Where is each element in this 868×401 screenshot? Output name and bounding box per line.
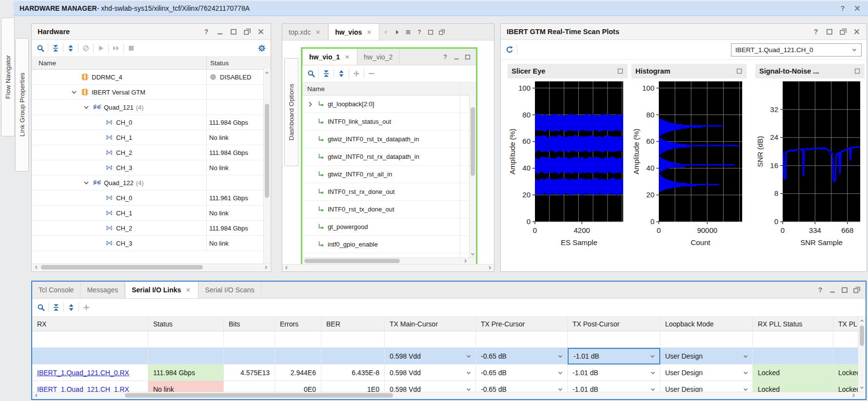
- cell-tx-pre-cursor[interactable]: [476, 331, 568, 348]
- scroll-right-icon[interactable]: [487, 265, 493, 271]
- vio-row-intf0-rst-tx-done-out[interactable]: INTF0_rst_tx_done_out: [302, 201, 476, 218]
- scroll-right-icon[interactable]: [850, 392, 857, 399]
- vio-row-intf0-link-status-out[interactable]: INTF0_link_status_out: [302, 113, 476, 131]
- maximize-small-icon[interactable]: [854, 68, 861, 75]
- links-row-data-2[interactable]: IBERT_1.Quad_121.CH_0.RX111.984 Gbps4.57…: [32, 364, 858, 381]
- column-header-errors[interactable]: Errors: [275, 317, 321, 331]
- chevron-down-icon[interactable]: [70, 88, 78, 96]
- close-icon[interactable]: [344, 54, 351, 60]
- scroll-down-icon[interactable]: [470, 251, 476, 257]
- column-header-ber[interactable]: BER: [321, 317, 385, 331]
- links-row-data-3[interactable]: IBERT_1.Quad_121.CH_1.RXNo link0E01E00.5…: [32, 381, 858, 392]
- chevron-down-icon[interactable]: [465, 369, 473, 377]
- cell-rx[interactable]: [32, 348, 148, 364]
- tree-row-ibert-versal-gtm[interactable]: IBERT Versal GTM: [32, 85, 271, 100]
- tree-row-ch-0[interactable]: CH_0111.961 Gbps: [32, 191, 271, 206]
- tree-row-ch-1[interactable]: CH_1No link: [32, 130, 271, 145]
- vio-hscroll-thumb[interactable]: [304, 259, 400, 263]
- tab-messages[interactable]: Messages: [80, 282, 125, 298]
- menu-icon[interactable]: [405, 29, 412, 36]
- cell-tx-pre-cursor[interactable]: -0.65 dB: [476, 348, 568, 364]
- chevron-down-icon[interactable]: [465, 352, 473, 360]
- search-icon[interactable]: [37, 304, 45, 311]
- chevron-down-icon[interactable]: [82, 179, 90, 187]
- tree-row-ch-2[interactable]: CH_2111.984 Gbps: [32, 221, 271, 236]
- channel-selector[interactable]: IBERT_1.Quad_121.CH_0: [731, 43, 862, 57]
- tree-row-ch-2[interactable]: CH_2111.984 Gbps: [32, 145, 271, 160]
- cell-rx[interactable]: IBERT_1.Quad_121.CH_1.RX: [32, 381, 148, 392]
- tab-top-xdc[interactable]: top.xdc: [282, 24, 328, 40]
- rx-link[interactable]: IBERT_1.Quad_121.CH_1.RX: [37, 385, 129, 392]
- expand-all-icon[interactable]: [337, 70, 345, 77]
- chevron-down-icon[interactable]: [742, 369, 750, 377]
- dashboard-options-tab[interactable]: Dashboard Options: [284, 58, 298, 166]
- vio-row-intf0-gpio-enable[interactable]: intf0_gpio_enable: [302, 236, 476, 253]
- close-icon[interactable]: [366, 29, 373, 36]
- column-header-bits[interactable]: Bits: [224, 317, 275, 331]
- links-row-filter-0[interactable]: [32, 331, 858, 348]
- cell-rx[interactable]: [32, 331, 148, 348]
- cell-loopback-mode[interactable]: User Design: [660, 348, 753, 364]
- links-vscrollbar[interactable]: [858, 317, 866, 392]
- chevron-down-icon[interactable]: [82, 103, 90, 111]
- links-vscroll-thumb[interactable]: [860, 325, 864, 346]
- maximize-small-icon[interactable]: [617, 68, 624, 75]
- tab-hw-vio-2[interactable]: hw_vio_2: [357, 49, 399, 65]
- tree-row-ch-3[interactable]: CH_3No link: [32, 236, 271, 251]
- sidebar-tab-flow-navigator[interactable]: Flow Navigator: [1, 18, 15, 136]
- help-icon[interactable]: ?: [416, 29, 423, 36]
- column-header-tx-main-cursor[interactable]: TX Main-Cursor: [385, 317, 476, 331]
- tree-row-ch-0[interactable]: CH_0111.984 Gbps: [32, 115, 271, 130]
- help-icon[interactable]: ?: [442, 54, 449, 60]
- minimize-icon[interactable]: [453, 54, 460, 60]
- cell-tx-post-cursor[interactable]: [568, 331, 660, 348]
- scroll-up-icon[interactable]: [859, 318, 865, 324]
- tree-row-ch-1[interactable]: CH_1No link: [32, 206, 271, 221]
- editor-hscrollbar[interactable]: [282, 264, 494, 271]
- collapse-all-icon[interactable]: [322, 70, 330, 77]
- help-icon[interactable]: ?: [816, 286, 824, 294]
- tree-row-quad-121[interactable]: Quad_121(4): [32, 100, 271, 115]
- refresh-icon[interactable]: [506, 46, 513, 54]
- scroll-left-icon[interactable]: [33, 264, 39, 270]
- help-icon[interactable]: ?: [812, 28, 820, 36]
- maximize-icon[interactable]: [841, 286, 848, 294]
- links-hscroll-thumb[interactable]: [125, 393, 393, 398]
- hardware-vscrollbar[interactable]: [263, 69, 270, 264]
- sidebar-tab-link-group-properties[interactable]: Link Group Properties: [15, 38, 29, 172]
- next-icon[interactable]: [394, 29, 400, 36]
- vio-vscrollbar[interactable]: [469, 94, 476, 258]
- run-all-icon[interactable]: [112, 44, 120, 52]
- expand-all-icon[interactable]: [67, 44, 75, 52]
- cell-loopback-mode[interactable]: [660, 331, 753, 348]
- auto-connect-icon[interactable]: [82, 44, 90, 52]
- cell-tx-pre-cursor[interactable]: -0.65 dB: [476, 381, 568, 392]
- close-icon[interactable]: [257, 28, 265, 36]
- scroll-right-icon[interactable]: [263, 264, 269, 270]
- column-header-rx-pll-status[interactable]: RX PLL Status: [753, 317, 833, 331]
- chevron-down-icon[interactable]: [742, 385, 750, 392]
- scroll-left-icon[interactable]: [33, 392, 39, 399]
- links-hscrollbar[interactable]: [32, 392, 866, 399]
- stop-icon[interactable]: [127, 44, 135, 52]
- run-icon[interactable]: [97, 44, 105, 52]
- cell-tx-main-cursor[interactable]: 0.598 Vdd: [385, 364, 476, 381]
- cell-tx-main-cursor[interactable]: 0.598 Vdd: [385, 348, 476, 364]
- scroll-right-icon[interactable]: [462, 258, 469, 264]
- scroll-down-icon[interactable]: [859, 384, 865, 391]
- links-row-selected-1[interactable]: 0.598 Vdd-0.65 dB-1.01 dBUser Design: [32, 348, 858, 364]
- vio-row-gt-powergood[interactable]: gt_powergood: [302, 218, 476, 236]
- column-header-status[interactable]: Status: [148, 317, 224, 331]
- cell-tx-main-cursor[interactable]: 0.598 Vdd: [385, 381, 476, 392]
- float-icon[interactable]: [438, 29, 445, 36]
- chevron-right-icon[interactable]: [306, 100, 314, 108]
- collapse-all-icon[interactable]: [52, 44, 59, 52]
- rx-link[interactable]: IBERT_1.Quad_121.CH_0.RX: [37, 369, 129, 377]
- maximize-icon[interactable]: [464, 54, 471, 60]
- plus-icon[interactable]: [82, 304, 90, 311]
- cell-tx-post-cursor[interactable]: -1.01 dB: [568, 381, 660, 392]
- chevron-down-icon[interactable]: [742, 352, 750, 360]
- chevron-down-icon[interactable]: [649, 385, 657, 392]
- cell-tx-main-cursor[interactable]: [385, 331, 476, 348]
- vio-hscrollbar[interactable]: [302, 257, 476, 265]
